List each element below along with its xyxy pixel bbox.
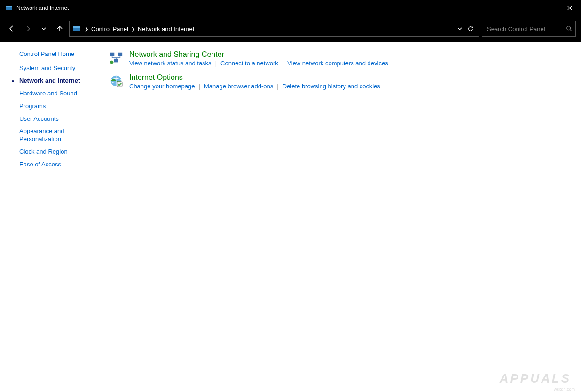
main-panel: Network and Sharing CenterView network s… (99, 42, 581, 392)
back-button[interactable] (5, 22, 18, 35)
link-divider: | (273, 83, 282, 90)
internet-options-icon (109, 73, 124, 88)
maximize-button[interactable] (537, 0, 559, 16)
svg-rect-7 (110, 53, 114, 56)
link-divider: | (195, 83, 204, 90)
section-link[interactable]: Manage browser add-ons (204, 83, 273, 90)
network-sharing-icon (109, 50, 124, 65)
content-area: Control Panel Home System and SecurityNe… (0, 42, 581, 392)
up-button[interactable] (53, 22, 66, 35)
section-link[interactable]: Delete browsing history and cookies (283, 83, 380, 90)
svg-point-10 (110, 61, 114, 64)
breadcrumb-current[interactable]: Network and Internet (136, 25, 196, 32)
section-link[interactable]: View network computers and devices (287, 60, 388, 67)
forward-button[interactable] (21, 22, 34, 35)
window-title: Network and Internet (16, 5, 69, 11)
chevron-right-icon: ❯ (130, 26, 136, 31)
toolbar: ❯ Control Panel ❯ Network and Internet (0, 16, 581, 42)
svg-rect-3 (546, 6, 550, 10)
address-bar[interactable]: ❯ Control Panel ❯ Network and Internet (69, 21, 479, 37)
svg-rect-8 (118, 53, 122, 56)
section-link[interactable]: Connect to a network (220, 60, 278, 67)
recent-locations-button[interactable] (37, 22, 50, 35)
breadcrumb-root[interactable]: Control Panel (89, 25, 130, 32)
sidebar-item[interactable]: User Accounts (0, 113, 99, 125)
section-links: View network status and tasks|Connect to… (129, 60, 571, 67)
svg-rect-5 (73, 26, 80, 28)
sidebar-item[interactable]: Clock and Region (0, 146, 99, 158)
close-button[interactable] (559, 0, 581, 16)
sidebar-header[interactable]: Control Panel Home (0, 50, 99, 62)
chevron-right-icon: ❯ (84, 26, 89, 31)
search-input[interactable] (487, 25, 566, 32)
svg-rect-2 (524, 8, 529, 8)
section-link[interactable]: Change your homepage (129, 83, 195, 90)
link-divider: | (212, 60, 220, 67)
refresh-button[interactable] (467, 25, 474, 32)
titlebar: Network and Internet (0, 0, 581, 16)
search-box[interactable] (482, 21, 576, 37)
sidebar-item[interactable]: Ease of Access (0, 158, 99, 171)
minimize-button[interactable] (516, 0, 537, 16)
svg-point-6 (567, 26, 571, 30)
sidebar-item[interactable]: System and Security (0, 62, 99, 75)
chevron-down-icon[interactable] (457, 26, 463, 31)
link-divider: | (278, 60, 287, 67)
watermark-source: wsxdn.com (554, 387, 575, 392)
section: Network and Sharing CenterView network s… (109, 50, 571, 67)
search-icon[interactable] (566, 25, 573, 32)
svg-rect-9 (114, 59, 118, 63)
section-link[interactable]: View network status and tasks (129, 60, 212, 67)
control-panel-icon (72, 24, 81, 33)
sidebar: Control Panel Home System and SecurityNe… (0, 42, 99, 392)
window-icon (5, 4, 13, 12)
svg-rect-1 (6, 6, 12, 7)
watermark: APPUALS (500, 371, 571, 386)
sidebar-item[interactable]: Appearance and Personalization (0, 125, 99, 146)
sidebar-item[interactable]: Hardware and Sound (0, 87, 99, 100)
sidebar-item[interactable]: Network and Internet (0, 75, 99, 87)
section-title[interactable]: Network and Sharing Center (129, 50, 571, 59)
section-links: Change your homepage|Manage browser add-… (129, 83, 571, 90)
section-title[interactable]: Internet Options (129, 73, 571, 82)
sidebar-item[interactable]: Programs (0, 100, 99, 113)
section: Internet OptionsChange your homepage|Man… (109, 73, 571, 90)
